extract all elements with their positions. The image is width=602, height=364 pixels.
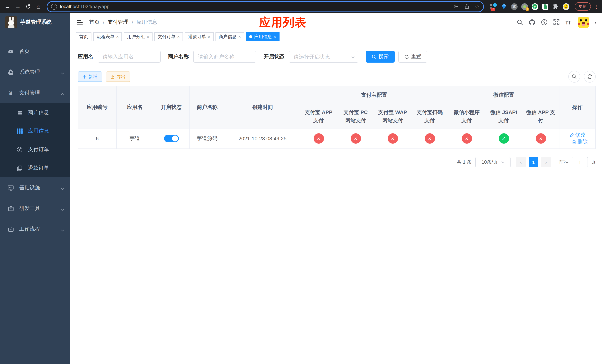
sidebar-item-app-info[interactable]: 应用信息 [0,122,70,140]
prev-page-button[interactable]: ‹ [516,157,526,167]
export-button-label: 导出 [117,74,126,80]
tab-refund-orders[interactable]: 退款订单× [185,32,214,41]
font-size-icon[interactable]: ᴛT [566,19,571,25]
col-header-app-name: 应用名 [117,86,153,128]
close-icon[interactable]: × [177,34,180,39]
password-key-icon[interactable] [453,3,459,10]
user-avatar[interactable] [578,17,589,28]
edit-label: 修改 [575,132,586,138]
search-icon[interactable] [517,19,523,26]
page-size-select[interactable]: 10条/页 [475,157,511,167]
close-icon[interactable]: × [147,34,149,39]
delete-link[interactable]: 删除 [571,139,588,145]
col-header-channel: 支付宝 WAP 网站支付 [374,104,411,128]
tab-merchant-info[interactable]: 商户信息× [215,32,244,41]
github-icon[interactable] [529,19,536,26]
export-button[interactable]: 导出 [106,72,130,82]
extension-badge: 10 [491,8,495,11]
sidebar-item-infrastructure[interactable]: 基础设施 [0,177,70,198]
toggle-search-button[interactable] [568,71,580,83]
pagination: 共 1 条 10条/页 ‹ 1 › 前往 页 [78,157,596,167]
fullscreen-icon[interactable] [553,19,560,26]
extension-grid-icon[interactable]: 10 [490,3,497,10]
tab-label: 支付订单 [158,33,175,40]
merchant-name-input[interactable] [193,51,256,63]
close-icon[interactable]: × [116,34,119,39]
tab-payment-orders[interactable]: 支付订单× [154,32,183,41]
sidebar-item-label: 支付管理 [19,90,55,96]
add-button-label: 新增 [88,74,97,80]
sidebar-item-home[interactable]: 首页 [0,41,70,62]
status-select-input[interactable] [289,51,358,63]
sidebar-item-workflow[interactable]: 工作流程 [0,219,70,240]
chrome-update-button[interactable]: 更新 [575,2,591,11]
dashboard-icon [7,49,14,54]
site-info-icon[interactable]: i [51,3,57,10]
edit-link[interactable]: 修改 [569,132,586,138]
app-logo-image [5,16,17,28]
extension-kite-icon[interactable] [500,3,507,10]
tags-view-bar: 首页 流程表单× 用户分组× 支付订单× 退款订单× 商户信息× 应用信息× [70,32,602,42]
table-toolbar: 新增 导出 [78,71,596,83]
extension-puzzle-icon[interactable] [552,3,559,10]
share-icon[interactable] [464,3,470,10]
delete-label: 删除 [577,139,588,145]
breadcrumb-section[interactable]: 支付管理 [108,19,129,26]
app-name-input[interactable] [98,51,161,63]
browser-home-icon[interactable]: ⌂ [34,2,43,11]
close-icon[interactable]: × [208,34,210,39]
sidebar-logo[interactable]: 芋道管理系统 [0,13,70,32]
browser-reload-icon[interactable] [24,2,32,11]
add-button[interactable]: 新增 [78,72,102,82]
edit-pencil-icon [569,133,574,137]
bookmark-star-icon[interactable]: ☆ [475,3,479,10]
help-icon[interactable] [541,19,548,26]
next-page-button[interactable]: › [541,157,551,167]
plus-icon [83,75,87,79]
sidebar-item-payment[interactable]: ¥ 支付管理 [0,83,70,103]
briefcase-icon [7,206,14,211]
address-bar[interactable]: i localhost:1024/pay/app ☆ [47,1,484,12]
status-select[interactable] [289,51,358,63]
extension-command-icon[interactable]: ⌘ [511,3,517,10]
page-number-button[interactable]: 1 [529,157,538,167]
chevron-down-icon [61,186,64,190]
extension-recorder-icon[interactable]: 1 [521,3,528,10]
refresh-table-button[interactable] [584,71,596,83]
chevron-down-icon [61,227,64,231]
search-button[interactable]: 搜索 [366,51,395,63]
tab-process-form[interactable]: 流程表单× [93,32,122,41]
sidebar-item-payment-orders[interactable]: 支付订单 [0,140,70,159]
avatar-caret-icon[interactable]: ▾ [595,20,596,24]
sidebar-item-merchant-info[interactable]: 商户信息 [0,103,70,122]
sidebar-fold-icon[interactable] [76,19,83,26]
channel-status-icon: × [350,133,361,144]
tab-user-group[interactable]: 用户分组× [124,32,152,41]
breadcrumb-home[interactable]: 首页 [89,19,100,26]
reset-button[interactable]: 重置 [398,51,427,63]
tab-home[interactable]: 首页 [76,32,91,41]
sidebar-item-refund-orders[interactable]: 退款订单 [0,159,70,177]
browser-menu-icon[interactable]: ⋮ [594,3,599,10]
sidebar-item-system[interactable]: 系统管理 [0,62,70,83]
sidebar-item-dev-tools[interactable]: 研发工具 [0,198,70,219]
search-icon [372,54,376,59]
url-text[interactable]: localhost:1024/pay/app [60,4,453,9]
goto-page-input[interactable] [572,157,588,167]
extension-y-icon[interactable]: y [531,3,538,10]
sidebar-item-label: 研发工具 [19,205,55,212]
browser-back-icon[interactable]: ← [3,2,12,11]
col-header-merchant: 商户名称 [189,86,225,128]
tab-app-info[interactable]: 应用信息× [246,32,279,41]
extension-doc-icon[interactable] [542,3,549,10]
close-icon[interactable]: × [238,34,241,39]
browser-forward-icon[interactable]: → [13,2,22,11]
close-icon[interactable]: × [274,34,276,39]
merchant-name-label: 商户名称 [168,53,189,60]
channel-status-icon: × [424,133,435,144]
channel-status-icon: × [313,133,324,144]
status-toggle[interactable] [164,135,179,142]
extension-emoji-icon[interactable] [562,3,570,10]
tab-label: 退款订单 [188,33,206,40]
reset-button-label: 重置 [411,53,421,60]
